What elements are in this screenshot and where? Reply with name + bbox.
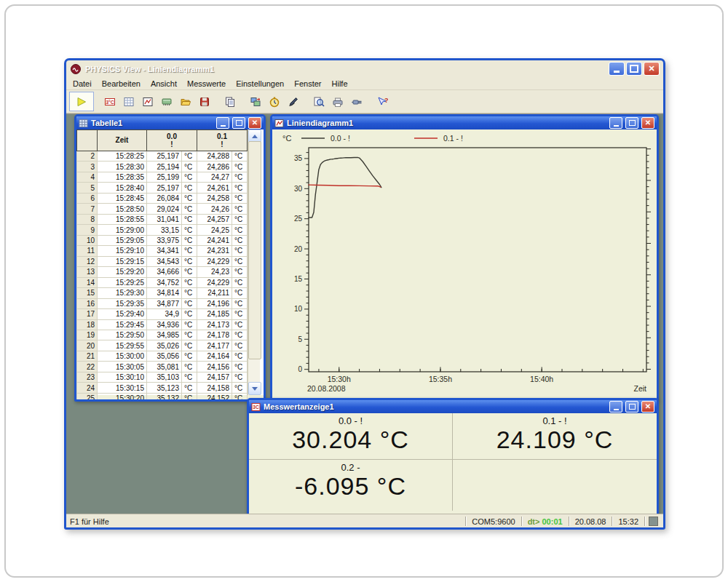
timer-button[interactable] — [265, 92, 284, 111]
table-row[interactable]: 1515:29:3034,814°C24,211°C — [77, 288, 248, 298]
measurement-display-grid: 0.0 - ! 30.204 °C 0.1 - ! 24.109 °C 0.2 … — [249, 413, 657, 511]
table-cell: 15:28:25 — [98, 151, 147, 162]
display-maximize-button[interactable] — [625, 401, 638, 412]
context-help-button[interactable]: ? — [373, 92, 392, 111]
table-row[interactable]: 515:28:4025,197°C24,261°C — [77, 183, 248, 193]
table-cell: 15:29:15 — [98, 256, 147, 266]
maximize-button[interactable] — [626, 62, 642, 76]
table-cell: 17 — [77, 309, 98, 319]
table-cell: °C — [182, 246, 197, 256]
table-cell: 6 — [77, 193, 98, 203]
start-button[interactable] — [69, 92, 94, 111]
zoom-button[interactable] — [309, 92, 328, 111]
app-titlebar[interactable]: PHYSICS View - Liniendiagramm1 ✕ — [66, 60, 663, 77]
table-view-button[interactable] — [119, 92, 138, 111]
print-button[interactable] — [328, 92, 347, 111]
table-row[interactable]: 415:28:3525,199°C24,27°C — [77, 172, 248, 182]
line-chart: °C0.0 - !0.1 - !°C05101520253035-5051015… — [272, 129, 652, 394]
pen-button[interactable] — [284, 92, 303, 111]
table-row[interactable]: 715:28:5029,024°C24,26°C — [77, 204, 248, 214]
display-cell-label: 0.0 - ! — [249, 415, 452, 426]
table-window-icon — [79, 119, 88, 128]
table-row[interactable]: 615:28:4526,084°C24,258°C — [77, 193, 248, 203]
svg-text:3°C: 3°C — [106, 99, 114, 104]
table-minimize-button[interactable] — [216, 117, 229, 129]
table-row[interactable]: 2315:30:1035,103°C24,157°C — [77, 372, 248, 382]
svg-text:30: 30 — [294, 185, 303, 193]
table-cell: 24,27 — [197, 172, 232, 182]
table-cell: 24,23 — [197, 267, 232, 277]
save-icon — [199, 96, 210, 108]
table-cell: 34,936 — [147, 319, 182, 330]
table-cell: 15:29:05 — [98, 235, 147, 245]
close-button[interactable]: ✕ — [644, 62, 660, 76]
chart-close-button[interactable]: ✕ — [641, 117, 654, 129]
save-button[interactable] — [195, 92, 214, 111]
module-button[interactable] — [157, 92, 176, 111]
display-close-button[interactable]: ✕ — [641, 401, 654, 412]
line-chart-button[interactable] — [138, 92, 157, 111]
svg-text:25: 25 — [294, 215, 303, 223]
menu-item-bearbeiten[interactable]: Bearbeiten — [97, 79, 146, 89]
table-cell: °C — [182, 172, 197, 182]
table-cell: 11 — [77, 246, 98, 256]
table-row[interactable]: 2015:29:5535,026°C24,177°C — [77, 340, 248, 351]
table-row[interactable]: 1015:29:0533,975°C24,241°C — [77, 235, 248, 245]
table-cell: 24,157 — [197, 372, 232, 382]
table-cell: °C — [232, 172, 248, 182]
table-close-button[interactable]: ✕ — [248, 117, 261, 129]
table-cell: 15:29:20 — [98, 267, 147, 277]
display-minimize-button[interactable] — [609, 401, 622, 412]
menu-item-messwerte[interactable]: Messwerte — [182, 79, 231, 89]
table-row[interactable]: 915:29:0033,15°C24,25°C — [77, 225, 248, 235]
table-row[interactable]: 815:28:5531,041°C24,257°C — [77, 214, 248, 224]
table-header-ch1: 0.1! — [197, 130, 248, 151]
scroll-down-icon[interactable] — [248, 382, 261, 395]
table-row[interactable]: 215:28:2525,197°C24,288°C — [77, 151, 248, 162]
menu-item-datei[interactable]: Datei — [68, 79, 97, 89]
table-row[interactable]: 1615:29:3534,877°C24,196°C — [77, 298, 248, 308]
table-cell: °C — [182, 351, 197, 361]
table-row[interactable]: 1815:29:4534,936°C24,173°C — [77, 319, 248, 330]
display-window-icon: 3C — [251, 402, 261, 412]
table-row[interactable]: 1915:29:5034,985°C24,178°C — [77, 330, 248, 340]
status-time: 15:32 — [612, 517, 644, 526]
scroll-thumb[interactable] — [248, 141, 261, 359]
zoom-icon — [313, 96, 325, 108]
table-row[interactable]: 2215:30:0535,081°C24,156°C — [77, 362, 248, 372]
export-image-button[interactable] — [246, 92, 265, 111]
display-cell-label: 0.2 - — [249, 462, 452, 473]
connect-button[interactable] — [347, 92, 366, 111]
minimize-button[interactable] — [609, 62, 625, 76]
table-row[interactable]: 2515:30:2035,132°C24,152°C — [77, 393, 248, 402]
menu-item-einstellungen[interactable]: Einstellungen — [231, 79, 289, 89]
table-window-titlebar[interactable]: Tabelle1 ✕ — [76, 116, 264, 129]
print-icon — [332, 96, 344, 108]
status-dt: dt> 00:01 — [522, 517, 569, 526]
copy-button[interactable] — [221, 92, 240, 111]
table-row[interactable]: 1215:29:1534,543°C24,229°C — [77, 256, 248, 266]
table-row[interactable]: 315:28:3025,194°C24,286°C — [77, 162, 248, 172]
table-cell: °C — [182, 330, 197, 340]
menu-item-fenster[interactable]: Fenster — [289, 79, 326, 89]
measurement-display-button[interactable]: 3°C — [100, 92, 119, 111]
table-row[interactable]: 1115:29:1034,341°C24,231°C — [77, 246, 248, 256]
table-row[interactable]: 1715:29:4034,9°C24,185°C — [77, 309, 248, 319]
chart-minimize-button[interactable] — [609, 117, 622, 129]
menu-item-hilfe[interactable]: Hilfe — [327, 79, 353, 89]
chart-maximize-button[interactable] — [625, 117, 638, 129]
table-cell: 24,286 — [197, 162, 232, 172]
table-cell: °C — [182, 393, 197, 402]
chart-window-titlebar[interactable]: Liniendiagramm1 ✕ — [272, 116, 657, 129]
table-cell: 15:29:30 — [98, 288, 147, 298]
open-folder-button[interactable] — [176, 92, 195, 111]
menu-item-ansicht[interactable]: Ansicht — [146, 79, 182, 89]
table-row[interactable]: 1315:29:2034,666°C24,23°C — [77, 267, 248, 277]
table-row[interactable]: 1415:29:2534,752°C24,229°C — [77, 277, 248, 287]
table-row[interactable]: 2415:30:1535,123°C24,158°C — [77, 383, 248, 393]
table-scrollbar[interactable] — [248, 129, 260, 395]
table-maximize-button[interactable] — [232, 117, 245, 129]
table-row[interactable]: 2115:30:0035,056°C24,164°C — [77, 351, 248, 361]
table-cell: 31,041 — [147, 214, 182, 224]
display-window-titlebar[interactable]: 3C Messwertanzeige1 ✕ — [249, 400, 657, 413]
